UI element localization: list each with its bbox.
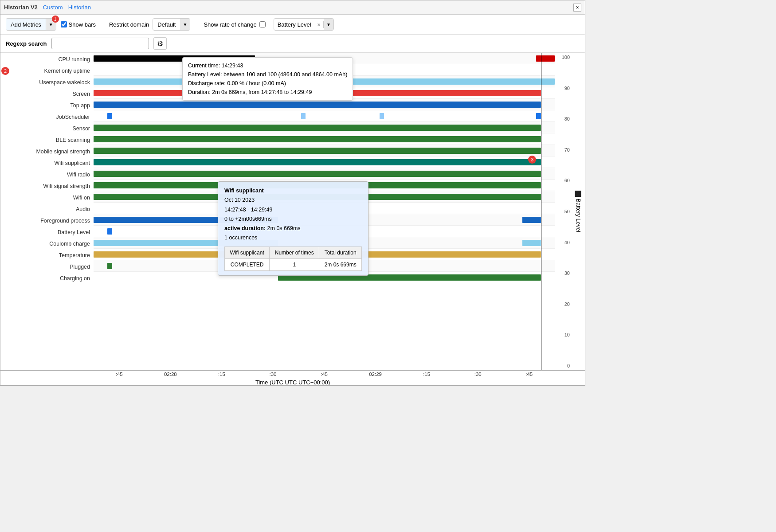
x-label: :15: [401, 371, 452, 378]
close-button[interactable]: ×: [573, 4, 581, 12]
x-label: 02:29: [350, 371, 401, 378]
show-bars-checkbox[interactable]: [61, 21, 67, 27]
x-label: :15: [196, 371, 247, 378]
row-label-userspace-wakelock: Userspace wakelock: [0, 77, 94, 88]
x-axis-title: Time (UTC UTC UTC+00:00): [0, 378, 585, 386]
chart-row: [94, 168, 555, 180]
tooltip2-th-1: Number of times: [270, 246, 319, 258]
row-label-temperature: Temperature: [0, 250, 94, 261]
tooltip1-line2: Battery Level: between 100 and 100 (4864…: [188, 70, 347, 79]
bar: [94, 159, 541, 165]
gear-icon: ⚙: [157, 39, 163, 48]
y-label: 80: [557, 116, 570, 121]
tooltip2-th-2: Total duration: [319, 246, 362, 258]
tooltip2-active-value: 2m 0s 669ms: [267, 225, 301, 231]
side-legend-label: Battery Level: [575, 199, 582, 232]
x-label: :45: [504, 371, 555, 378]
toolbar-1: Add Metrics ▼ 1 Show bars Restrict domai…: [0, 15, 585, 35]
row-label-sensor: Sensor: [0, 123, 94, 134]
battery-tag: Battery Level × ▼: [274, 18, 334, 31]
vertical-line: [541, 53, 541, 370]
row-label-audio: Audio: [0, 203, 94, 215]
x-axis-area: :4502:28:15:30:4502:29:15:30:45 Time (UT…: [0, 370, 585, 386]
x-label: 02:28: [145, 371, 196, 378]
x-label: :30: [452, 371, 504, 378]
add-metrics-button[interactable]: Add Metrics ▼: [6, 18, 56, 31]
battery-tag-label: Battery Level: [274, 21, 315, 28]
domain-value: Default: [153, 21, 180, 28]
badge-2: 2: [1, 67, 9, 75]
tooltip2-table: Wifi supplicant Number of times Total du…: [224, 246, 362, 271]
main-window: Historian V2 Custom Historian × Add Metr…: [0, 0, 585, 386]
bar: [107, 228, 112, 235]
add-metrics-badge: 1: [52, 16, 59, 23]
y-label: 20: [557, 301, 570, 307]
row-label-cpu-running: CPU running: [0, 54, 94, 65]
side-legend: Battery Level: [575, 191, 582, 232]
y-label: 50: [557, 209, 570, 214]
chart-row: [94, 145, 555, 156]
battery-tag-dropdown[interactable]: ▼: [324, 19, 333, 30]
tooltip2-range: 0 to +2m00s669ms: [224, 215, 362, 224]
tooltip1-line3: Discharge rate: 0.00 % / hour (0.00 mA): [188, 79, 347, 88]
tooltip2-occurrences: 1 occurences: [224, 233, 362, 243]
battery-tag-close[interactable]: ×: [315, 21, 324, 28]
regexp-label: Regexp search: [6, 40, 47, 47]
row-label-jobscheduler: JobScheduler: [0, 111, 94, 123]
tooltip2-active-label: active duration:: [224, 225, 266, 231]
row-label-ble-scanning: BLE scanning: [0, 134, 94, 146]
chart-row: [94, 133, 555, 145]
y-label: 10: [557, 332, 570, 337]
tooltip2-date: Oct 10 2023: [224, 196, 362, 205]
bar: [94, 125, 541, 131]
bar: [94, 102, 541, 108]
tooltip-battery-level: Current time: 14:29:43 Battery Level: be…: [182, 57, 353, 101]
chart-row: [94, 156, 555, 168]
app-title: Historian V2: [4, 4, 38, 11]
rate-change-label: Show rate of change: [204, 21, 256, 28]
row-label-mobile-signal-strength: Mobile signal strength: [0, 146, 94, 157]
restrict-domain-group: Restrict domain Default ▼: [109, 18, 190, 31]
tab-historian[interactable]: Historian: [68, 4, 91, 11]
x-label: :45: [298, 371, 350, 378]
bar: [380, 113, 384, 119]
y-label: 70: [557, 147, 570, 153]
chart-area: Current time: 14:29:43 Battery Level: be…: [94, 53, 555, 370]
tooltip2-td-1: 1: [270, 258, 319, 270]
add-metrics-label: Add Metrics: [6, 19, 46, 30]
title-bar: Historian V2 Custom Historian ×: [0, 0, 585, 15]
row-label-wifi-supplicant: Wifi supplicant: [0, 157, 94, 169]
tooltip2-time: 14:27:48 - 14:29:49: [224, 205, 362, 215]
x-axis-labels: :4502:28:15:30:4502:29:15:30:45: [0, 370, 585, 378]
row-label-charging-on: Charging on: [0, 273, 94, 284]
tooltip2-th-0: Wifi supplicant: [225, 246, 270, 258]
bar: [522, 240, 541, 246]
tooltip2-active-line: active duration: 2m 0s 669ms: [224, 224, 362, 233]
side-legend-box: [575, 191, 581, 197]
domain-select[interactable]: Default ▼: [153, 18, 190, 31]
show-bars-group: Show bars: [61, 21, 96, 28]
badge-3: 3: [528, 156, 536, 164]
bar: [94, 136, 541, 142]
gear-button[interactable]: ⚙: [153, 37, 167, 50]
tab-custom[interactable]: Custom: [43, 4, 63, 11]
bar: [301, 113, 306, 119]
tooltip1-line1: Current time: 14:29:43: [188, 61, 347, 70]
rate-change-group: Show rate of change: [204, 21, 265, 28]
side-legend-area: Battery Level: [572, 53, 585, 370]
row-label-battery-level: Battery Level: [0, 227, 94, 238]
bar: [107, 113, 112, 119]
row-label-coulomb-charge: Coulomb charge: [0, 238, 94, 250]
y-axis: 1009080706050403020100: [555, 53, 572, 370]
bar: [536, 55, 555, 62]
row-label-foreground-process: Foreground process: [0, 215, 94, 227]
y-label: 30: [557, 270, 570, 276]
show-bars-label: Show bars: [69, 21, 96, 28]
rate-change-checkbox[interactable]: [259, 21, 266, 27]
tooltip2-td-2: 2m 0s 669ms: [319, 258, 362, 270]
row-label-wifi-on: Wifi on: [0, 192, 94, 203]
regexp-input[interactable]: [51, 38, 149, 49]
domain-dropdown-arrow[interactable]: ▼: [180, 19, 190, 30]
y-label: 90: [557, 86, 570, 91]
tooltip1-line4: Duration: 2m 0s 669ms, from 14:27:48 to …: [188, 88, 347, 97]
